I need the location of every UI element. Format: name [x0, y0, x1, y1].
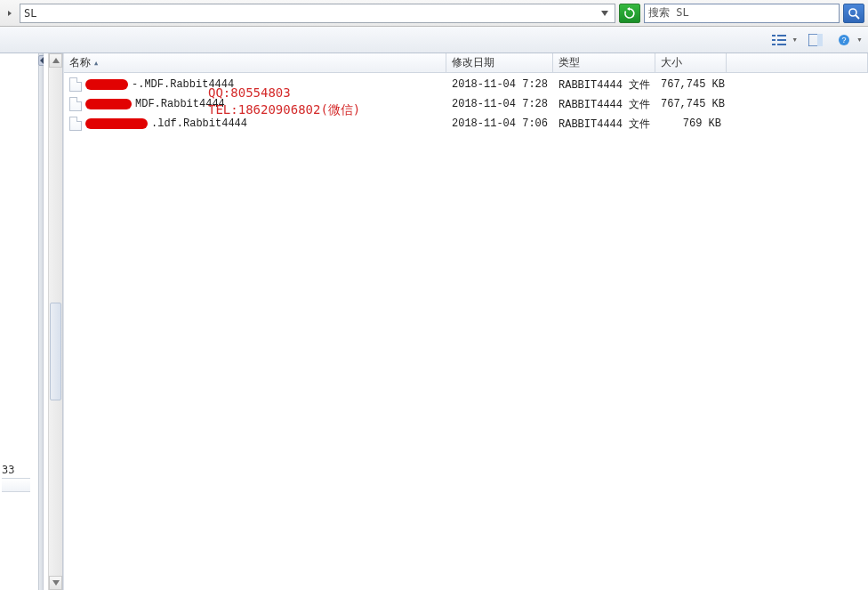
svg-rect-4 — [772, 39, 776, 41]
help-button[interactable]: ? ▼ — [833, 30, 863, 50]
navigation-pane-collapsed: 33 — [0, 53, 38, 590]
file-name-visible: -.MDF.Rabbit4444 — [132, 78, 234, 91]
view-mode-button[interactable]: ▼ — [768, 30, 798, 50]
svg-rect-7 — [777, 44, 786, 45]
file-icon — [69, 77, 82, 92]
column-header-spare[interactable] — [727, 53, 868, 72]
svg-point-0 — [849, 9, 856, 16]
file-rows-container: -.MDF.Rabbit44442018-11-04 7:28RABBIT444… — [64, 73, 868, 133]
tree-scrollbar[interactable] — [48, 53, 62, 590]
column-header-size[interactable]: 大小 — [655, 53, 727, 72]
scroll-thumb[interactable] — [50, 303, 61, 400]
chevron-down-icon: ▼ — [792, 36, 798, 43]
address-history-dropdown[interactable] — [599, 7, 611, 20]
column-header-size-label: 大小 — [661, 55, 682, 70]
column-headers: 名称 ▲ 修改日期 类型 大小 — [64, 53, 868, 73]
file-size-cell: 767,745 KB — [655, 78, 727, 91]
file-size-cell: 767,745 KB — [655, 98, 727, 110]
file-row[interactable]: MDF.Rabbit44442018-11-04 7:28RABBIT4444 … — [64, 94, 868, 114]
command-toolbar: ▼ ? ▼ — [0, 27, 868, 53]
file-name-cell: MDF.Rabbit4444 — [64, 97, 446, 111]
file-date-cell: 2018-11-04 7:28 — [446, 98, 553, 110]
column-header-date-label: 修改日期 — [452, 55, 494, 70]
address-path-label: SL — [24, 7, 36, 20]
redacted-segment — [85, 118, 148, 129]
search-placeholder: 搜索 SL — [648, 5, 689, 20]
nav-section-divider — [2, 478, 30, 492]
file-list-pane: 名称 ▲ 修改日期 类型 大小 -.MDF.Rabbit44442018-11-… — [63, 53, 868, 590]
svg-rect-5 — [777, 39, 786, 41]
file-row[interactable]: -.MDF.Rabbit44442018-11-04 7:28RABBIT444… — [64, 75, 868, 94]
redacted-segment — [85, 99, 132, 109]
file-icon — [69, 117, 82, 131]
scroll-up-button[interactable] — [49, 53, 62, 68]
column-header-name[interactable]: 名称 ▲ — [64, 53, 446, 72]
file-name-cell: -.MDF.Rabbit4444 — [64, 77, 446, 92]
svg-text:?: ? — [842, 36, 847, 44]
scroll-down-button[interactable] — [49, 576, 62, 590]
file-date-cell: 2018-11-04 7:28 — [446, 78, 553, 91]
chevron-down-icon: ▼ — [856, 36, 863, 43]
file-type-cell: RABBIT4444 文件 — [553, 117, 655, 132]
column-header-date[interactable]: 修改日期 — [446, 53, 553, 72]
search-button[interactable] — [843, 4, 864, 23]
main-area: 33 名称 ▲ 修改日期 类型 — [0, 53, 868, 590]
svg-line-1 — [856, 15, 859, 19]
column-header-type[interactable]: 类型 — [553, 53, 655, 72]
column-header-name-label: 名称 — [69, 55, 91, 70]
svg-rect-3 — [777, 35, 786, 36]
file-name-visible: MDF.Rabbit4444 — [135, 98, 225, 110]
column-header-type-label: 类型 — [559, 55, 580, 70]
nav-item-count: 33 — [2, 464, 14, 476]
help-icon: ? — [833, 30, 855, 50]
file-name-visible: .ldf.Rabbit4444 — [151, 117, 247, 130]
svg-rect-2 — [772, 35, 776, 36]
redacted-segment — [85, 79, 128, 90]
folder-tree-pane — [44, 53, 63, 590]
file-type-cell: RABBIT4444 文件 — [553, 97, 655, 112]
file-date-cell: 2018-11-04 7:06 — [446, 117, 553, 130]
view-mode-icon — [768, 30, 790, 50]
file-size-cell: 769 KB — [655, 117, 727, 130]
address-toolbar: SL 搜索 SL — [0, 0, 868, 27]
sort-ascending-icon: ▲ — [94, 60, 98, 67]
file-icon — [69, 97, 82, 111]
svg-rect-9 — [817, 34, 823, 46]
svg-rect-6 — [772, 44, 776, 45]
preview-pane-button[interactable] — [805, 30, 826, 50]
path-segment-dropdown[interactable] — [4, 4, 16, 23]
file-type-cell: RABBIT4444 文件 — [553, 77, 655, 93]
search-input[interactable]: 搜索 SL — [644, 4, 840, 23]
refresh-button[interactable] — [619, 4, 640, 23]
file-row[interactable]: .ldf.Rabbit44442018-11-04 7:06RABBIT4444… — [64, 114, 868, 133]
file-name-cell: .ldf.Rabbit4444 — [64, 117, 446, 131]
address-box[interactable]: SL — [20, 4, 615, 23]
